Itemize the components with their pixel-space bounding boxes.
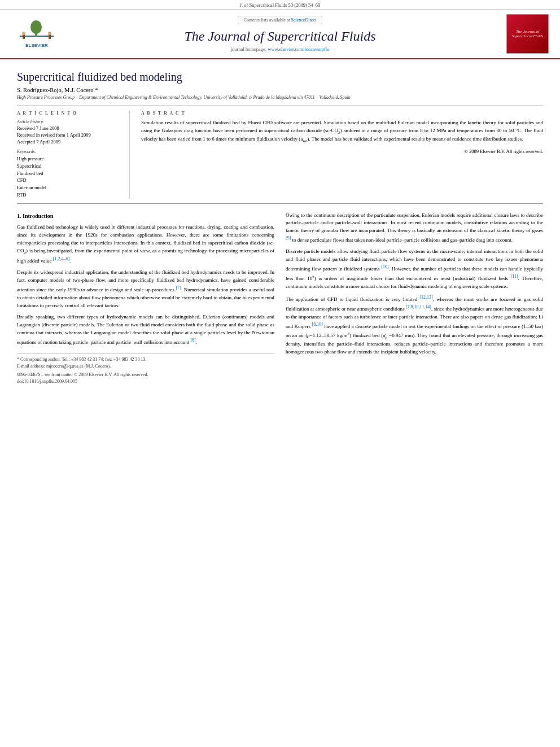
journal-homepage: journal homepage: www.elsevier.com/locat… xyxy=(62,46,498,52)
keyword-rtd: RTD xyxy=(17,191,124,199)
journal-header: ELSEVIER Contents lists available at Sci… xyxy=(0,10,560,59)
journal-cover-thumbnail: The Journal of Supercritical Fluids xyxy=(506,14,549,54)
ref-7[interactable]: [7] xyxy=(176,285,181,290)
ref-9[interactable]: [9] xyxy=(286,235,291,241)
elsevier-logo-icon: ELSEVIER xyxy=(17,19,56,50)
svg-text:ELSEVIER: ELSEVIER xyxy=(25,43,48,48)
body-para-1: Gas fluidized bed technology is widely u… xyxy=(17,224,274,265)
contents-label: Contents lists available at xyxy=(244,18,291,23)
right-para-2: Discrete particle models allow studying … xyxy=(286,248,543,291)
abstract-text: Simulation results of supercritical flui… xyxy=(141,119,543,144)
corresponding-author: * Corresponding author. Tel.: +34 983 42… xyxy=(17,356,274,363)
authors-text: S. Rodríguez-Rojo, M.J. Cocero * xyxy=(17,87,98,93)
journal-title-area: Contents lists available at ScienceDirec… xyxy=(62,16,498,52)
body-para-3: Broadly speaking, two different types of… xyxy=(17,313,274,347)
svg-rect-5 xyxy=(49,34,51,39)
affiliation: High Pressure Processes Group – Departme… xyxy=(17,95,543,100)
sciencedirect-link[interactable]: ScienceDirect xyxy=(291,18,317,23)
svg-point-4 xyxy=(22,32,25,35)
keywords-label: Keywords: xyxy=(17,149,124,154)
section1-heading: Introduction xyxy=(23,213,53,219)
keyword-fluidized-bed: Fluidized bed xyxy=(17,170,124,177)
body-columns: 1. Introduction Gas fluidized bed techno… xyxy=(17,212,543,386)
section1-number: 1. xyxy=(17,213,21,219)
article-content: Supercritical fluidized bed modeling S. … xyxy=(0,59,560,396)
publisher-logo-area: ELSEVIER xyxy=(11,19,62,50)
article-info-label: A R T I C L E I N F O xyxy=(17,111,124,116)
body-para-2: Despite its widespread industrial applic… xyxy=(17,269,274,310)
abstract-label: A B S T R A C T xyxy=(141,111,543,116)
journal-title: The Journal of Supercritical Fluids xyxy=(62,29,498,44)
article-info-section: A R T I C L E I N F O Article history: R… xyxy=(17,106,543,204)
keywords-section: Keywords: High pressure Supercritical Fl… xyxy=(17,149,124,199)
svg-rect-3 xyxy=(23,34,25,39)
article-info-left: A R T I C L E I N F O Article history: R… xyxy=(17,111,130,199)
received-revised-date: Received in revised form 1 April 2009 xyxy=(17,132,124,138)
ref-8-10-2[interactable]: [8,10] xyxy=(312,322,323,327)
ref-12-13[interactable]: [12,13] xyxy=(419,295,432,300)
ref-1-2-4-6[interactable]: [1,2,4–6] xyxy=(53,256,69,261)
ref-7-8-10-11-14[interactable]: [7,8,10,11,14] xyxy=(406,304,431,309)
accepted-date: Accepted 7 April 2009 xyxy=(17,139,124,145)
history-label: Article history: xyxy=(17,119,124,124)
right-para-3: The application of CFD to liquid fluidiz… xyxy=(286,294,543,356)
doi-section: 0896-8446/$ – see front matter © 2009 El… xyxy=(17,372,274,386)
ref-8[interactable]: [8] xyxy=(190,338,195,343)
article-title: Supercritical fluidized bed modeling xyxy=(17,71,543,84)
keyword-cfd: CFD xyxy=(17,177,124,184)
ref-10[interactable]: [10] xyxy=(381,264,388,269)
svg-point-2 xyxy=(30,20,42,34)
right-para-1: Owing to the continuum description of th… xyxy=(286,212,543,245)
journal-citation-text: J. of Supercritical Fluids 50 (2009) 54–… xyxy=(240,2,320,8)
keyword-high-pressure: High pressure xyxy=(17,155,124,163)
doi-text: doi:10.1016/j.supflu.2009.04.005 xyxy=(17,378,274,385)
footnote-section: * Corresponding author. Tel.: +34 983 42… xyxy=(17,353,274,370)
svg-point-6 xyxy=(48,32,51,35)
section1-title: 1. Introduction xyxy=(17,212,274,221)
journal-cover-text: The Journal of Supercritical Fluids xyxy=(509,29,546,38)
keyword-supercritical: Supercritical xyxy=(17,163,124,170)
homepage-label: journal homepage: xyxy=(231,46,267,52)
keyword-eulerian: Eulerian model xyxy=(17,184,124,191)
issn-text: 0896-8446/$ – see front matter © 2009 El… xyxy=(17,372,274,378)
received-date: Received 7 June 2008 xyxy=(17,125,124,131)
email-address: E-mail address: mjcocero@iq.uva.es (M.J.… xyxy=(17,363,274,370)
homepage-link[interactable]: www.elsevier.com/locate/supflu xyxy=(268,46,329,52)
copyright: © 2009 Elsevier B.V. All rights reserved… xyxy=(141,148,543,154)
journal-thumbnail-area: The Journal of Supercritical Fluids xyxy=(498,14,549,54)
right-column: Owing to the continuum description of th… xyxy=(286,212,543,386)
authors: S. Rodríguez-Rojo, M.J. Cocero * xyxy=(17,87,543,93)
abstract-section: A B S T R A C T Simulation results of su… xyxy=(141,111,543,199)
left-column: 1. Introduction Gas fluidized bed techno… xyxy=(17,212,274,386)
journal-citation: J. of Supercritical Fluids 50 (2009) 54–… xyxy=(0,0,560,10)
sciencedirect-banner: Contents lists available at ScienceDirec… xyxy=(238,16,323,24)
ref-11[interactable]: [11] xyxy=(511,274,518,279)
